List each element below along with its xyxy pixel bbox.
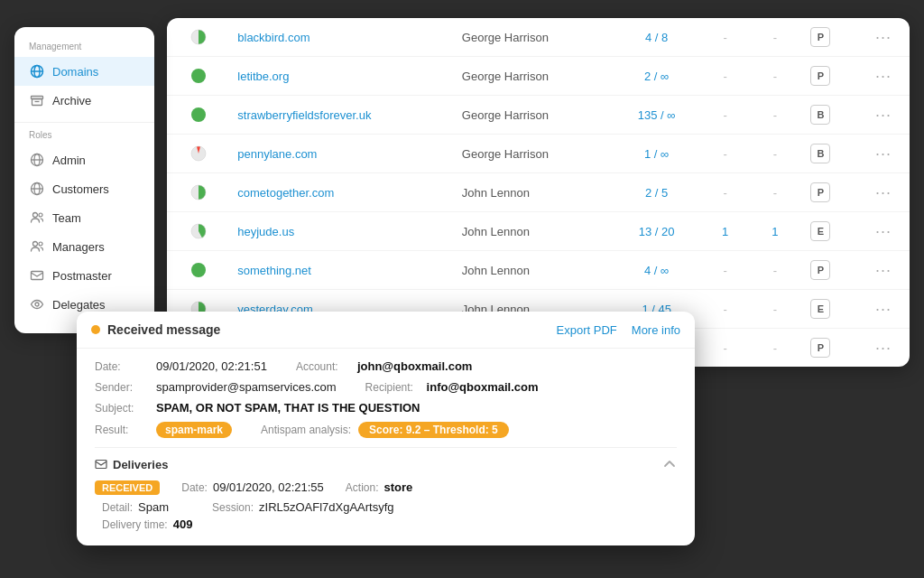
more-button[interactable]: ··· [875,261,892,279]
delivery-session-value: zIRL5zOAFl7dXgAArtsyfg [259,500,394,514]
col2-value: - [773,186,777,200]
more-button[interactable]: ··· [875,339,892,357]
more-cell[interactable]: ··· [857,135,910,173]
quota-value: 135 / ∞ [638,108,676,122]
more-cell[interactable]: ··· [857,173,910,212]
owner-cell: George Harrison [451,57,614,96]
account-group: Account: john@qboxmail.com [296,359,473,373]
domain-cell: blackbird.com [226,18,451,57]
more-cell[interactable]: ··· [857,18,910,57]
quota-cell: 4 / ∞ [613,251,700,290]
table-row: something.net John Lennon 4 / ∞ - - P ··… [167,251,910,290]
col2-value: - [773,108,777,122]
more-cell[interactable]: ··· [857,212,910,251]
badge-cell: B [799,96,857,135]
more-button[interactable]: ··· [875,300,892,318]
domain-link[interactable]: cometogether.com [237,186,334,200]
table-row: blackbird.com George Harrison 4 / 8 - - … [167,18,910,57]
date-group: Date: 09/01/2020, 02:21:51 [95,359,267,373]
archive-icon [29,92,45,108]
export-pdf-link[interactable]: Export PDF [557,323,617,337]
col2-value: - [773,70,777,83]
col2-cell: - [750,135,799,173]
deliveries-title: Deliveries [95,458,168,471]
col1-cell: - [700,329,750,368]
quota-value: 4 / ∞ [644,264,669,277]
owner-name: George Harrison [462,147,549,161]
domain-link[interactable]: blackbird.com [237,31,310,44]
badge-cell: E [799,290,857,329]
owner-name: John Lennon [462,264,530,277]
sidebar-item-domains-label: Domains [52,65,98,79]
antispam-group: Antispam analysis: Score: 9.2 – Threshol… [261,422,509,438]
management-section-label: Management [14,42,154,57]
sidebar-item-postmaster-label: Postmaster [52,269,112,283]
more-cell[interactable]: ··· [857,329,910,368]
more-info-link[interactable]: More info [632,323,680,337]
domain-link[interactable]: something.net [237,264,311,277]
delivery-time-value: 409 [173,517,193,531]
badge-cell: E [799,212,857,251]
domain-link[interactable]: heyjude.us [237,225,294,238]
col2-cell: - [750,173,799,212]
type-badge: P [810,182,830,202]
sidebar-item-domains[interactable]: Domains [14,57,154,86]
badge-cell: P [799,329,857,368]
deliveries-section: Deliveries RECEIVED Date: 09/01/2020, 02… [95,447,677,531]
owner-cell: John Lennon [451,173,614,212]
chevron-up-icon[interactable] [662,457,677,471]
sidebar-item-postmaster[interactable]: Postmaster [14,261,154,290]
more-cell[interactable]: ··· [857,96,910,135]
svg-point-14 [33,242,38,247]
sidebar-item-team[interactable]: Team [14,203,154,232]
delivery-action-group: Action: store [346,480,412,494]
table-row: strawberryfieldsforever.uk George Harris… [167,96,910,135]
sidebar-item-admin[interactable]: Admin [14,145,154,174]
type-badge: P [810,338,830,358]
type-badge: P [810,260,830,280]
sidebar-item-archive[interactable]: Archive [14,86,154,115]
owner-cell: George Harrison [451,18,614,57]
status-cell [167,96,226,135]
type-badge: B [810,105,830,125]
deliveries-header: Deliveries [95,457,677,471]
quota-value: 4 / 8 [645,31,668,44]
more-button[interactable]: ··· [875,67,892,85]
domain-link[interactable]: letitbe.org [237,70,289,83]
more-button[interactable]: ··· [875,222,892,240]
sidebar-item-managers[interactable]: Managers [14,232,154,261]
modal-title-text: Received message [107,322,220,337]
quota-cell: 13 / 20 [613,212,700,251]
table-row: heyjude.us John Lennon 13 / 20 1 1 E ··· [167,212,910,251]
more-button[interactable]: ··· [875,144,892,163]
modal-actions: Export PDF More info [557,323,680,337]
more-button[interactable]: ··· [875,28,892,46]
svg-point-15 [39,242,42,246]
deliveries-label: Deliveries [113,458,168,471]
owner-name: John Lennon [462,225,530,238]
col2-value: - [773,31,777,44]
col1-value: - [723,341,726,355]
globe-icon [29,63,45,79]
more-button[interactable]: ··· [875,106,892,124]
col1-value: - [723,31,726,44]
domain-link[interactable]: strawberryfieldsforever.uk [237,108,371,122]
quota-cell: 4 / 8 [613,18,700,57]
mail-icon [29,267,45,284]
delivery-date-group: Date: 09/01/2020, 02:21:55 [181,480,324,494]
result-label: Result: [95,424,149,436]
more-cell[interactable]: ··· [857,290,910,329]
status-cell [167,212,226,251]
modal-title: Received message [91,322,220,337]
svg-point-21 [191,107,206,122]
sidebar-item-customers[interactable]: Customers [14,174,154,203]
domain-cell: letitbe.org [226,57,451,96]
more-cell[interactable]: ··· [857,251,910,290]
more-button[interactable]: ··· [875,183,892,201]
col2-cell: - [750,290,799,329]
more-cell[interactable]: ··· [857,57,910,96]
globe-icon-customers [29,181,45,197]
quota-value: 2 / 5 [645,186,668,200]
domain-link[interactable]: pennylane.com [237,147,317,161]
account-label: Account: [296,360,350,373]
